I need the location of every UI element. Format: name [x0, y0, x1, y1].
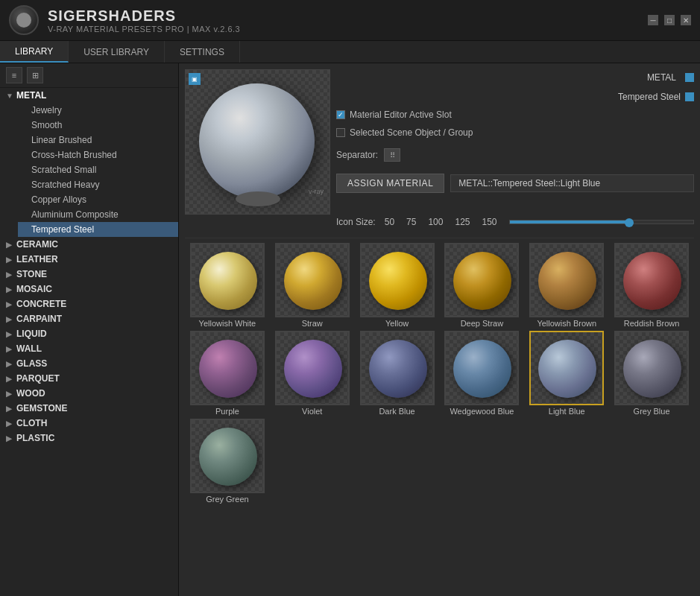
material-grid: Yellowish White Straw Yellow — [186, 243, 693, 504]
material-thumb-straw[interactable] — [275, 243, 350, 317]
sidebar-category-glass[interactable]: ▶ GLASS — [0, 356, 178, 371]
tab-bar: LIBRARY USER LIBRARY SETTINGS — [0, 41, 700, 63]
sphere-violet — [284, 340, 342, 398]
sidebar-item-aluminium[interactable]: Aluminium Composite — [18, 207, 178, 222]
sidebar-category-carpaint[interactable]: ▶ CARPAINT — [0, 311, 178, 326]
logo-inner — [16, 13, 31, 28]
sidebar-item-scratched-small[interactable]: Scratched Small — [18, 162, 178, 177]
material-thumb-wedgewood-blue[interactable] — [444, 331, 519, 405]
sidebar-category-wood[interactable]: ▶ WOOD — [0, 386, 178, 401]
sidebar-category-leather[interactable]: ▶ LEATHER — [0, 252, 178, 267]
material-thumb-yellowish-brown[interactable] — [529, 243, 604, 317]
tab-user-library[interactable]: USER LIBRARY — [69, 41, 165, 63]
material-item-dark-blue[interactable]: Dark Blue — [356, 331, 438, 416]
expand-arrow-ceramic: ▶ — [6, 241, 13, 249]
sidebar-category-metal[interactable]: ▼ METAL — [0, 88, 178, 103]
expand-arrow-glass: ▶ — [6, 360, 13, 368]
material-item-yellowish-brown[interactable]: Yellowish Brown — [526, 243, 608, 328]
preview-icon: ▣ — [189, 73, 201, 85]
material-item-deep-straw[interactable]: Deep Straw — [441, 243, 523, 328]
sidebar-item-copper-alloys[interactable]: Copper Alloys — [18, 192, 178, 207]
separator-row: Separator: ⠿ — [336, 148, 694, 162]
sidebar-category-plastic[interactable]: ▶ PLASTIC — [0, 431, 178, 446]
material-thumb-purple[interactable] — [190, 331, 265, 405]
material-indicator — [685, 92, 694, 101]
sidebar-item-scratched-heavy[interactable]: Scratched Heavy — [18, 177, 178, 192]
category-label-stone: STONE — [16, 269, 47, 279]
sidebar-grid-view-button[interactable]: ⊞ — [27, 67, 43, 83]
icon-size-100[interactable]: 100 — [428, 217, 443, 227]
icon-size-150[interactable]: 150 — [482, 217, 496, 227]
close-button[interactable]: ✕ — [681, 15, 691, 25]
material-thumb-light-blue[interactable] — [529, 331, 604, 405]
preview-watermark: v-ray — [309, 188, 324, 195]
sidebar-item-tempered-steel[interactable]: Tempered Steel — [18, 222, 178, 237]
material-item-violet[interactable]: Violet — [271, 331, 353, 416]
sidebar-category-gemstone[interactable]: ▶ GEMSTONE — [0, 401, 178, 416]
material-label-yellow: Yellow — [385, 319, 409, 328]
sidebar-item-linear-brushed[interactable]: Linear Brushed — [18, 133, 178, 148]
material-editor-label: Material Editor Active Slot — [350, 110, 452, 120]
icon-size-75[interactable]: 75 — [406, 217, 416, 227]
sidebar-category-stone[interactable]: ▶ STONE — [0, 267, 178, 282]
assign-material-button[interactable]: ASSIGN MATERIAL — [336, 174, 444, 193]
material-thumb-violet[interactable] — [275, 331, 350, 405]
minimize-button[interactable]: ─ — [648, 15, 658, 25]
preview-sphere — [199, 83, 315, 199]
material-thumb-yellow[interactable] — [360, 243, 435, 317]
tab-settings[interactable]: SETTINGS — [165, 41, 240, 63]
material-thumb-dark-blue[interactable] — [360, 331, 435, 405]
sidebar-item-smooth[interactable]: Smooth — [18, 118, 178, 133]
material-thumb-yellowish-white[interactable] — [190, 243, 265, 317]
material-item-straw[interactable]: Straw — [271, 243, 353, 328]
scene-object-checkbox[interactable] — [336, 128, 345, 137]
tab-library[interactable]: LIBRARY — [0, 41, 69, 63]
maximize-button[interactable]: □ — [664, 15, 675, 25]
material-info-top: METAL — [336, 72, 694, 83]
icon-size-125[interactable]: 125 — [455, 217, 470, 227]
content-area: ▣ v-ray METAL Tempered Steel ✓ Material … — [179, 63, 700, 596]
expand-arrow-parquet: ▶ — [6, 375, 13, 383]
material-item-yellow[interactable]: Yellow — [356, 243, 438, 328]
separator-icon-btn[interactable]: ⠿ — [384, 148, 400, 162]
window-controls[interactable]: ─ □ ✕ — [648, 15, 691, 25]
icon-size-50[interactable]: 50 — [385, 217, 394, 227]
material-item-reddish-brown[interactable]: Reddish Brown — [611, 243, 693, 328]
sidebar-category-liquid[interactable]: ▶ LIQUID — [0, 326, 178, 341]
category-label-wall: WALL — [16, 343, 42, 354]
material-thumb-reddish-brown[interactable] — [614, 243, 689, 317]
sidebar-category-cloth[interactable]: ▶ CLOTH — [0, 416, 178, 431]
sphere-grey-blue — [623, 340, 681, 398]
material-path-display: METAL::Tempered Steel::Light Blue — [450, 174, 694, 192]
sidebar-category-mosaic[interactable]: ▶ MOSAIC — [0, 282, 178, 297]
sphere-yellow — [369, 252, 427, 310]
material-item-grey-blue[interactable]: Grey Blue — [611, 331, 693, 416]
material-item-grey-green[interactable]: Grey Green — [186, 419, 268, 504]
sidebar-list-view-button[interactable]: ≡ — [6, 67, 22, 83]
material-item-light-blue[interactable]: Light Blue — [526, 331, 608, 416]
sidebar-category-wall[interactable]: ▶ WALL — [0, 341, 178, 356]
material-label-violet: Violet — [302, 407, 322, 416]
material-thumb-grey-green[interactable] — [190, 419, 265, 493]
category-label-concrete: CONCRETE — [16, 299, 66, 309]
material-editor-checkbox[interactable]: ✓ — [336, 110, 345, 119]
material-item-purple[interactable]: Purple — [186, 331, 268, 416]
material-thumb-grey-blue[interactable] — [614, 331, 689, 405]
icon-size-slider[interactable] — [509, 220, 694, 224]
material-item-yellowish-white[interactable]: Yellowish White — [186, 243, 268, 328]
sidebar-item-jewelry[interactable]: Jewelry — [18, 103, 178, 118]
category-label-mosaic: MOSAIC — [16, 284, 52, 294]
material-label-deep-straw: Deep Straw — [461, 319, 503, 328]
sphere-yellowish-brown — [538, 252, 596, 310]
separator-label: Separator: — [336, 150, 378, 160]
slider-thumb[interactable] — [625, 218, 634, 227]
sidebar-category-concrete[interactable]: ▶ CONCRETE — [0, 297, 178, 311]
sidebar-category-ceramic[interactable]: ▶ CERAMIC — [0, 237, 178, 252]
sidebar-item-cross-hatch[interactable]: Cross-Hatch Brushed — [18, 148, 178, 162]
sphere-straw — [284, 252, 342, 310]
material-thumb-deep-straw[interactable] — [444, 243, 519, 317]
category-label-wood: WOOD — [16, 388, 45, 399]
app-title: SIGERSHADERS V-RAY MATERIAL PRESETS PRO … — [48, 7, 240, 34]
sidebar-category-parquet[interactable]: ▶ PARQUET — [0, 371, 178, 386]
material-item-wedgewood-blue[interactable]: Wedgewood Blue — [441, 331, 523, 416]
